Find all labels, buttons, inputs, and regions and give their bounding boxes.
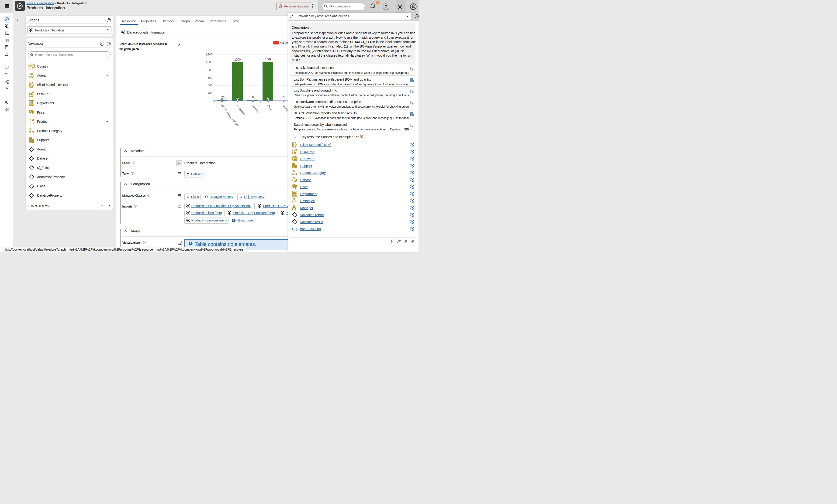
svg-text:600: 600 — [208, 76, 212, 79]
svg-text:800: 800 — [208, 69, 212, 72]
svg-text:0: 0 — [211, 99, 212, 103]
svg-text:0: 0 — [237, 97, 238, 100]
svg-text:1,000: 1,000 — [206, 60, 212, 64]
svg-text:0: 0 — [221, 98, 223, 101]
svg-text:1,200: 1,200 — [206, 53, 212, 56]
svg-text:Hardware: Hardware — [236, 104, 246, 115]
svg-text:400: 400 — [208, 84, 212, 87]
svg-text:Bill of Material (BOM): Bill of Material (BOM) — [220, 104, 239, 127]
svg-text:Price: Price — [267, 104, 273, 111]
svg-text:1009: 1009 — [265, 58, 271, 61]
svg-text:Service: Service — [251, 104, 260, 113]
svg-text:0: 0 — [267, 97, 269, 100]
svg-text:1000: 1000 — [234, 58, 241, 61]
svg-text:9: 9 — [252, 96, 254, 99]
svg-text:6: 6 — [283, 96, 284, 99]
svg-text:200: 200 — [208, 92, 212, 95]
